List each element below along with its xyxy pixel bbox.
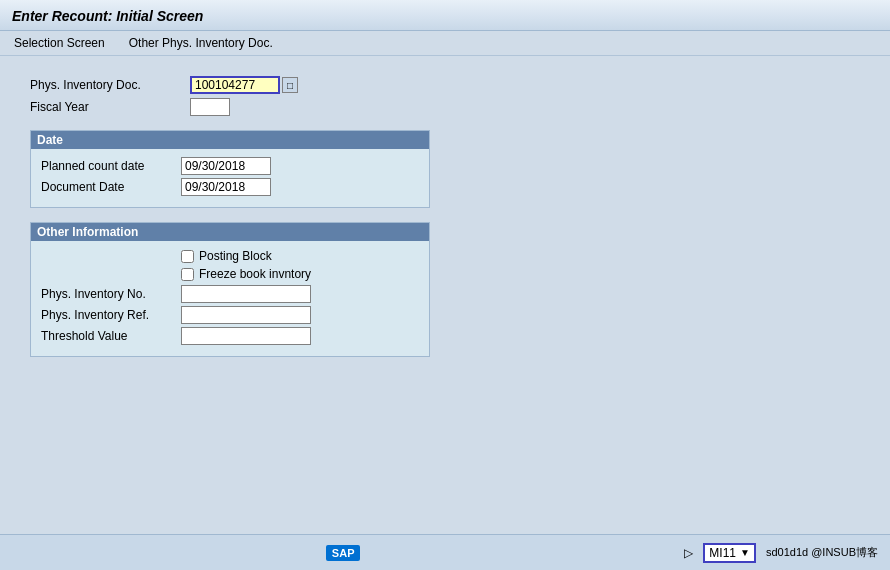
content-area: Phys. Inventory Doc. □ Fiscal Year Date … — [0, 56, 890, 534]
menu-bar: Selection Screen Other Phys. Inventory D… — [0, 31, 890, 56]
date-section-header: Date — [31, 131, 429, 149]
transaction-code-dropdown[interactable]: MI11 ▼ — [703, 543, 756, 563]
fiscal-year-label: Fiscal Year — [30, 100, 190, 114]
fiscal-year-input[interactable] — [190, 98, 230, 116]
threshold-value-input[interactable] — [181, 327, 311, 345]
phys-inventory-no-label: Phys. Inventory No. — [41, 287, 181, 301]
posting-block-label: Posting Block — [199, 249, 272, 263]
user-info: sd01d1d @INSUB博客 — [766, 545, 878, 560]
other-information-section: Other Information Posting Block Freeze b… — [30, 222, 430, 357]
freeze-book-row: Freeze book invntory — [181, 267, 419, 281]
dropdown-arrow-icon: ▼ — [740, 547, 750, 558]
planned-count-date-label: Planned count date — [41, 159, 181, 173]
phys-inventory-ref-input[interactable] — [181, 306, 311, 324]
phys-inventory-doc-input[interactable] — [190, 76, 280, 94]
planned-count-date-row: Planned count date — [41, 157, 419, 175]
other-information-content: Posting Block Freeze book invntory Phys.… — [31, 241, 429, 356]
phys-inventory-doc-label: Phys. Inventory Doc. — [30, 78, 190, 92]
page-title: Enter Recount: Initial Screen — [12, 8, 878, 24]
menu-other-phys-inventory[interactable]: Other Phys. Inventory Doc. — [125, 34, 277, 52]
date-section: Date Planned count date Document Date — [30, 130, 430, 208]
phys-inventory-no-row: Phys. Inventory No. — [41, 285, 419, 303]
freeze-book-checkbox[interactable] — [181, 268, 194, 281]
phys-inventory-doc-lookup-button[interactable]: □ — [282, 77, 298, 93]
posting-block-checkbox[interactable] — [181, 250, 194, 263]
threshold-value-row: Threshold Value — [41, 327, 419, 345]
play-button[interactable]: ▷ — [684, 546, 693, 560]
menu-selection-screen[interactable]: Selection Screen — [10, 34, 109, 52]
document-date-input[interactable] — [181, 178, 271, 196]
date-section-content: Planned count date Document Date — [31, 149, 429, 207]
planned-count-date-input[interactable] — [181, 157, 271, 175]
title-bar: Enter Recount: Initial Screen — [0, 0, 890, 31]
fiscal-year-row: Fiscal Year — [30, 98, 860, 116]
other-information-header: Other Information — [31, 223, 429, 241]
document-date-label: Document Date — [41, 180, 181, 194]
posting-block-row: Posting Block — [181, 249, 419, 263]
threshold-value-label: Threshold Value — [41, 329, 181, 343]
transaction-code-value: MI11 — [709, 546, 736, 560]
freeze-book-label: Freeze book invntory — [199, 267, 311, 281]
phys-inventory-ref-row: Phys. Inventory Ref. — [41, 306, 419, 324]
bottom-bar: SAP ▷ MI11 ▼ sd01d1d @INSUB博客 — [0, 534, 890, 570]
main-container: Enter Recount: Initial Screen Selection … — [0, 0, 890, 570]
phys-inventory-ref-label: Phys. Inventory Ref. — [41, 308, 181, 322]
phys-inventory-doc-row: Phys. Inventory Doc. □ — [30, 76, 860, 94]
sap-logo: SAP — [326, 545, 361, 561]
document-date-row: Document Date — [41, 178, 419, 196]
phys-inventory-no-input[interactable] — [181, 285, 311, 303]
